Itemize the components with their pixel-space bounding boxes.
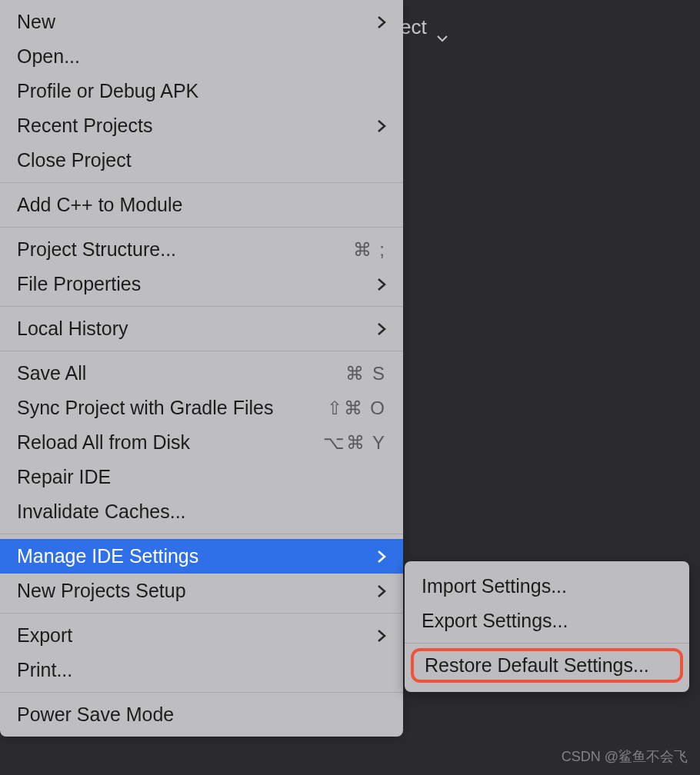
menu-item-label: Add C++ to Module [17, 194, 182, 216]
chevron-right-icon [377, 322, 386, 336]
chevron-right-icon [377, 550, 386, 564]
menu-separator [0, 351, 403, 351]
menu-item-label: Close Project [17, 149, 132, 171]
menu-item-manage-ide-settings[interactable]: Manage IDE Settings [0, 539, 403, 574]
menu-item-print[interactable]: Print... [0, 653, 403, 687]
menu-item-label: Recent Projects [17, 115, 152, 137]
menu-item-power-save-mode[interactable]: Power Save Mode [0, 697, 403, 732]
menu-item-label: Open... [17, 45, 80, 68]
menu-separator [0, 692, 403, 693]
keyboard-shortcut: ⇧⌘ O [327, 397, 386, 419]
menu-item-label: New Projects Setup [17, 580, 186, 602]
menu-item-label: Reload All from Disk [17, 431, 190, 454]
watermark-text: CSDN @鲨鱼不会飞 [562, 747, 688, 766]
menu-item-label: Project Structure... [17, 238, 176, 261]
chevron-right-icon [377, 15, 386, 29]
menu-item-label: Manage IDE Settings [17, 545, 198, 567]
submenu-item-restore-default-settings[interactable]: Restore Default Settings... [411, 648, 683, 683]
menu-separator [0, 182, 403, 183]
menu-separator [0, 227, 403, 228]
menu-item-invalidate-caches[interactable]: Invalidate Caches... [0, 494, 403, 529]
menu-separator [0, 613, 403, 614]
menu-item-save-all[interactable]: Save All ⌘ S [0, 356, 403, 391]
chevron-down-icon [436, 24, 448, 32]
menu-item-label: Save All [17, 362, 86, 384]
menu-item-local-history[interactable]: Local History [0, 311, 403, 346]
keyboard-shortcut: ⌘ ; [353, 239, 386, 261]
menu-item-label: Invalidate Caches... [17, 501, 186, 523]
menu-item-label: Profile or Debug APK [17, 80, 198, 102]
menu-item-new[interactable]: New [0, 5, 403, 39]
menu-separator [0, 534, 403, 534]
chevron-right-icon [377, 278, 386, 291]
menu-item-label: Power Save Mode [17, 703, 174, 726]
keyboard-shortcut: ⌥⌘ Y [323, 432, 386, 454]
menu-item-label: New [17, 11, 55, 33]
toolbar-text: ect [400, 15, 427, 39]
chevron-right-icon [377, 629, 386, 643]
menu-item-reload-from-disk[interactable]: Reload All from Disk ⌥⌘ Y [0, 425, 403, 460]
menu-separator [405, 643, 689, 644]
file-menu: New Open... Profile or Debug APK Recent … [0, 0, 403, 737]
menu-item-new-projects-setup[interactable]: New Projects Setup [0, 574, 403, 608]
chevron-right-icon [377, 119, 386, 133]
menu-item-profile-debug-apk[interactable]: Profile or Debug APK [0, 74, 403, 108]
menu-item-label: Local History [17, 318, 128, 340]
menu-item-label: Sync Project with Gradle Files [17, 397, 273, 419]
chevron-right-icon [377, 584, 386, 598]
keyboard-shortcut: ⌘ S [345, 363, 386, 384]
menu-item-sync-gradle[interactable]: Sync Project with Gradle Files ⇧⌘ O [0, 391, 403, 425]
submenu-item-label: Import Settings... [422, 575, 567, 597]
menu-item-label: Repair IDE [17, 466, 111, 488]
menu-item-add-cpp-module[interactable]: Add C++ to Module [0, 188, 403, 222]
menu-item-label: Print... [17, 659, 72, 681]
menu-item-repair-ide[interactable]: Repair IDE [0, 460, 403, 494]
submenu-item-label: Export Settings... [422, 610, 568, 632]
toolbar-dropdown-fragment[interactable]: ect [400, 15, 448, 39]
menu-item-label: File Properties [17, 273, 141, 295]
menu-item-close-project[interactable]: Close Project [0, 143, 403, 178]
menu-item-file-properties[interactable]: File Properties [0, 267, 403, 301]
menu-item-project-structure[interactable]: Project Structure... ⌘ ; [0, 232, 403, 267]
manage-ide-settings-submenu: Import Settings... Export Settings... Re… [405, 561, 689, 692]
menu-item-label: Export [17, 624, 72, 647]
submenu-item-import-settings[interactable]: Import Settings... [405, 569, 689, 604]
menu-item-open[interactable]: Open... [0, 39, 403, 74]
submenu-item-export-settings[interactable]: Export Settings... [405, 604, 689, 638]
menu-item-export[interactable]: Export [0, 618, 403, 653]
menu-separator [0, 306, 403, 307]
menu-item-recent-projects[interactable]: Recent Projects [0, 108, 403, 143]
submenu-item-label: Restore Default Settings... [425, 654, 649, 677]
